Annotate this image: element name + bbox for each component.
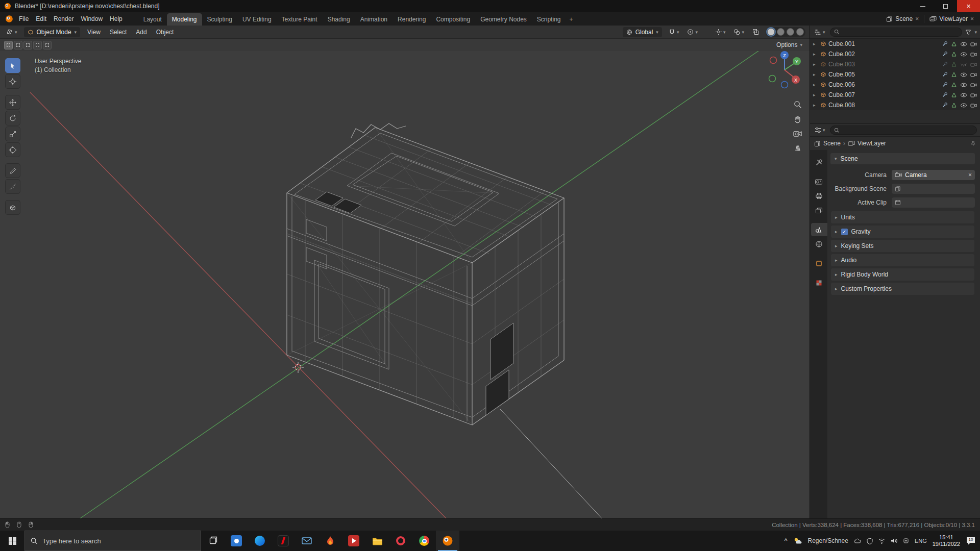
outliner-row-cube-001[interactable]: ▸ Cube.001	[810, 39, 980, 49]
unlink-scene-icon[interactable]: ×	[915, 15, 919, 22]
properties-editor-button[interactable]: ▾	[813, 127, 827, 133]
tab-tool-properties[interactable]	[811, 156, 826, 169]
expand-icon[interactable]: ▸	[813, 82, 818, 87]
pan-hand-icon[interactable]	[793, 115, 802, 124]
language-indicator[interactable]: ENG	[915, 538, 927, 544]
select-intersect-toggle[interactable]	[43, 41, 52, 49]
panel-rigid-body-world[interactable]: ▸ Rigid Body World	[831, 268, 974, 281]
background-scene-field[interactable]	[892, 184, 975, 194]
disable-render-camera-icon[interactable]	[970, 92, 977, 98]
blender-menu-icon[interactable]	[5, 15, 13, 23]
object-name[interactable]: Cube.007	[828, 91, 938, 98]
options-dropdown[interactable]: Options ▾	[773, 41, 805, 48]
proportional-editing-toggle[interactable]: ▾	[685, 29, 699, 35]
tab-layout[interactable]: Layout	[138, 13, 167, 26]
tab-animation[interactable]: Animation	[355, 13, 393, 26]
disable-render-camera-icon[interactable]	[970, 52, 977, 57]
panel-custom-properties[interactable]: ▸ Custom Properties	[831, 283, 974, 295]
file-explorer-icon[interactable]	[365, 531, 389, 551]
app-dark-red-icon[interactable]	[272, 531, 295, 551]
tab-world-properties[interactable]	[811, 237, 826, 251]
tab-compositing[interactable]: Compositing	[431, 13, 475, 26]
navigation-gizmo[interactable]: Z Y X	[764, 51, 805, 90]
menu-object[interactable]: Object	[154, 29, 176, 36]
disable-render-camera-icon[interactable]	[970, 82, 977, 88]
app-red-player-icon[interactable]	[342, 531, 365, 551]
action-center-button[interactable]: 10	[966, 536, 976, 545]
object-name[interactable]: Cube.002	[828, 51, 938, 58]
select-box-tool[interactable]	[5, 58, 20, 73]
clock[interactable]: 15:41 19/11/2022	[933, 534, 960, 547]
menu-edit[interactable]: Edit	[32, 12, 50, 26]
zoom-icon[interactable]	[793, 100, 802, 109]
cloud-tray-icon[interactable]	[854, 538, 861, 544]
breadcrumb-viewlayer[interactable]: ViewLayer	[857, 140, 886, 147]
snap-toggle[interactable]: ▾	[667, 29, 681, 35]
disable-render-camera-icon[interactable]	[970, 62, 977, 67]
xray-toggle[interactable]	[751, 29, 761, 35]
expand-icon[interactable]: ▸	[813, 92, 818, 97]
menu-file[interactable]: File	[15, 12, 32, 26]
tab-modeling[interactable]: Modeling	[167, 13, 202, 26]
opera-browser-icon[interactable]	[389, 531, 412, 551]
tab-render-properties[interactable]	[811, 175, 826, 188]
move-tool[interactable]	[5, 95, 20, 110]
disable-render-camera-icon[interactable]	[970, 72, 977, 78]
hidden-eye-closed-icon[interactable]	[960, 62, 967, 67]
viewport-canvas[interactable]: User Perspective (1) Collection	[0, 51, 810, 518]
hide-viewport-eye-icon[interactable]	[960, 92, 967, 98]
tab-sculpting[interactable]: Sculpting	[202, 13, 237, 26]
shield-tray-icon[interactable]	[867, 538, 873, 544]
outliner-row-cube-003[interactable]: ▸ Cube.003	[810, 59, 980, 69]
hide-viewport-eye-icon[interactable]	[960, 103, 967, 108]
add-workspace-button[interactable]: +	[566, 13, 577, 26]
tab-output-properties[interactable]	[811, 189, 826, 203]
measure-tool[interactable]	[5, 179, 20, 194]
tab-texture-properties[interactable]	[811, 276, 826, 289]
edge-browser-icon[interactable]	[248, 531, 272, 551]
app-orange-flame-icon[interactable]	[318, 531, 342, 551]
clear-camera-icon[interactable]: ×	[968, 171, 972, 179]
weather-text[interactable]: Regen/Schnee	[808, 537, 848, 544]
camera-view-icon[interactable]	[793, 130, 802, 138]
scene-section-header[interactable]: ▾ Scene	[830, 153, 975, 164]
app-blue-icon[interactable]	[225, 531, 248, 551]
shading-rendered-button[interactable]	[796, 28, 804, 36]
rotate-tool[interactable]	[5, 111, 20, 126]
scene-selector[interactable]: Scene ×	[883, 14, 922, 24]
hide-viewport-eye-icon[interactable]	[960, 52, 967, 57]
outliner-row-cube-002[interactable]: ▸ Cube.002	[810, 49, 980, 59]
tab-rendering[interactable]: Rendering	[393, 13, 431, 26]
show-gizmo-toggle[interactable]: ▾	[714, 29, 727, 35]
object-name[interactable]: Cube.005	[828, 71, 938, 78]
object-name[interactable]: Cube.001	[828, 40, 938, 47]
select-extend-toggle[interactable]	[14, 41, 22, 49]
object-name[interactable]: Cube.008	[828, 102, 938, 109]
hide-viewport-eye-icon[interactable]	[960, 82, 967, 88]
outliner-row-cube-006[interactable]: ▸ Cube.006	[810, 80, 980, 90]
tab-scene-properties[interactable]	[811, 223, 827, 236]
volume-tray-icon[interactable]	[891, 538, 897, 544]
menu-select[interactable]: Select	[108, 29, 129, 36]
close-button[interactable]: ×	[957, 0, 980, 12]
object-name[interactable]: Cube.006	[828, 81, 938, 88]
tab-shading[interactable]: Shading	[323, 13, 355, 26]
select-new-toggle[interactable]	[4, 41, 13, 49]
search-input[interactable]	[42, 537, 195, 545]
panel-units[interactable]: ▸ Units	[831, 211, 974, 223]
expand-icon[interactable]: ▸	[813, 52, 818, 57]
tab-texture-paint[interactable]: Texture Paint	[277, 13, 323, 26]
menu-help[interactable]: Help	[106, 12, 126, 26]
shading-wireframe-button[interactable]	[767, 28, 775, 36]
cursor-tool[interactable]	[5, 74, 20, 89]
breadcrumb-scene[interactable]: Scene	[823, 140, 841, 147]
tab-uv-editing[interactable]: UV Editing	[237, 13, 277, 26]
panel-gravity[interactable]: ▸ ✓ Gravity	[831, 226, 974, 238]
editor-type-button[interactable]: ▾	[4, 28, 19, 36]
toggle-perspective-icon[interactable]	[793, 143, 802, 153]
panel-keying-sets[interactable]: ▸ Keying Sets	[831, 240, 974, 252]
expand-icon[interactable]: ▸	[813, 72, 818, 77]
add-cube-tool[interactable]	[5, 200, 20, 215]
menu-render[interactable]: Render	[50, 12, 77, 26]
remove-viewlayer-icon[interactable]: ×	[970, 15, 974, 22]
